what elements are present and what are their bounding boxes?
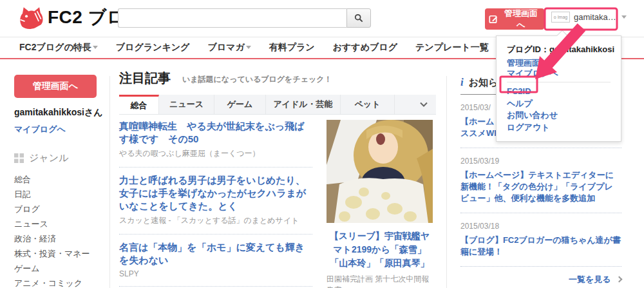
page-title: 注目記事 bbox=[119, 70, 171, 87]
news-date: 2015/03/19 bbox=[460, 157, 621, 166]
tab-sougou[interactable]: 総合 bbox=[119, 95, 159, 114]
genre-link[interactable]: ニュース bbox=[14, 219, 48, 229]
list-item: 政治・経済 bbox=[14, 231, 109, 246]
nav-item-paid-plan[interactable]: 有料プラン bbox=[269, 42, 315, 53]
nav-label: ブロマガ bbox=[207, 42, 244, 52]
user-dropdown-menu: ブログID：gamitakahikkosi 管理画面へ マイブログへ FC2ID… bbox=[496, 35, 621, 142]
list-item: 総合 bbox=[14, 172, 109, 187]
list-item: 2015/03/18 【ブログ】FC2ブロガーの猫ちゃん達が書籍に登場！ bbox=[460, 213, 621, 267]
menu-item-fc2id[interactable]: FC2ID bbox=[507, 86, 611, 98]
edit-icon bbox=[489, 14, 498, 24]
list-item: 2015/03/19 【ホームページ】テキストエディターに新機能！「タグの色分け… bbox=[460, 148, 621, 213]
info-icon: i bbox=[460, 76, 464, 89]
featured-articles-section: 注目記事 いま話題になっているブログをチェック！ 総合 ニュース ゲーム アイド… bbox=[119, 70, 436, 288]
search-input[interactable] bbox=[118, 8, 346, 28]
view-all-link[interactable]: 一覧を見る bbox=[569, 274, 611, 284]
nav-label: FC2ブログの特長 bbox=[19, 42, 91, 52]
list-item: アニメ・コミック bbox=[14, 276, 109, 288]
featured-article: 【スリーブ】宇宙戦艦ヤマト2199から「森雪」「山本玲」「原田真琴」 田園補完計… bbox=[327, 115, 433, 288]
article-source: スカッと速報 - 「スカッとする話」のまとめサイト bbox=[119, 215, 312, 226]
divider-sidebar-main bbox=[109, 76, 110, 288]
list-item: ゲーム bbox=[14, 261, 109, 276]
nav-label: おすすめブログ bbox=[333, 42, 397, 52]
featured-article-title-link[interactable]: 【スリーブ】宇宙戦艦ヤマト2199から「森雪」「山本玲」「原田真琴」 bbox=[327, 229, 433, 270]
list-item: 真喧嘩神転生 やる夫が世紀末をぶっ飛ばす様です その50 やる夫の暇つぶし麻亜屈… bbox=[119, 115, 312, 168]
news-more-row: 一覧を見る bbox=[460, 267, 621, 285]
tab-pet[interactable]: ペット bbox=[341, 95, 395, 114]
news-date: 2015/03/18 bbox=[460, 222, 621, 231]
admin-panel-button[interactable]: 管理画面へ bbox=[485, 8, 544, 30]
article-title-link[interactable]: 名言は「本物」を「ホモ」に変えても輝きを失わない bbox=[119, 241, 312, 267]
featured-article-source: 田園補完計画 第十七次中間報告書 bbox=[327, 274, 433, 288]
list-item: 力士と呼ばれる男子は男子をいじめたり、女子には手を挙げなかったがセクハラまがいな… bbox=[119, 168, 312, 235]
blog-id-label: ブログID：gamitakahikkosi bbox=[507, 44, 611, 55]
genre-link[interactable]: 総合 bbox=[14, 175, 31, 184]
page-subtitle: いま話題になっているブログをチェック！ bbox=[182, 74, 332, 87]
menu-item-myblog[interactable]: マイブログへ bbox=[507, 68, 611, 79]
nav-label: 有料プラン bbox=[269, 42, 315, 52]
tab-news[interactable]: ニュース bbox=[159, 95, 214, 114]
chevron-right-icon bbox=[616, 276, 623, 283]
news-title-link[interactable]: 【ホームページ】テキストエディターに新機能！「タグの色分け」「ライブプレビュー」… bbox=[460, 169, 621, 204]
genre-link[interactable]: 日記 bbox=[14, 189, 31, 199]
menu-item-admin-panel[interactable]: 管理画面へ bbox=[507, 58, 611, 68]
user-name: gamitaka… bbox=[574, 12, 616, 22]
article-title-link[interactable]: 真喧嘩神転生 やる夫が世紀末をぶっ飛ばす様です その50 bbox=[119, 120, 312, 146]
genre-heading: ジャンル bbox=[14, 152, 109, 164]
caret-down-icon bbox=[621, 15, 627, 21]
list-item: 日記 bbox=[14, 187, 109, 202]
sidebar-myblog-link[interactable]: マイブログへ bbox=[14, 124, 109, 135]
search-button[interactable] bbox=[346, 8, 371, 28]
nav-item-ranking[interactable]: ブログランキング bbox=[116, 42, 190, 53]
list-item: 株式・投資・マネー bbox=[14, 246, 109, 261]
menu-item-contact[interactable]: お問い合わせ bbox=[507, 110, 611, 122]
genre-list: 総合 日記 ブログ ニュース 政治・経済 株式・投資・マネー ゲーム アニメ・コ… bbox=[14, 172, 109, 288]
article-source: SLPY bbox=[119, 269, 312, 278]
nav-item-templates[interactable]: テンプレート一覧 bbox=[415, 42, 489, 53]
genre-link[interactable]: 政治・経済 bbox=[14, 234, 56, 244]
nav-item-blomaga[interactable]: ブロマガ bbox=[207, 42, 251, 53]
news-line: 【ホーム bbox=[460, 117, 495, 126]
nav-item-recommended[interactable]: おすすめブログ bbox=[333, 42, 397, 53]
category-tabs: 総合 ニュース ゲーム アイドル・芸能 ペット bbox=[119, 95, 436, 115]
sidebar-username: gamitakahikkosiさん bbox=[14, 107, 109, 119]
user-menu-toggle[interactable]: o Imag gamitaka… bbox=[551, 12, 627, 23]
genre-link[interactable]: 株式・投資・マネー bbox=[14, 249, 90, 258]
genre-link[interactable]: ブログ bbox=[14, 204, 40, 214]
genre-link[interactable]: ゲーム bbox=[14, 264, 40, 273]
list-item: ニュース bbox=[14, 216, 109, 231]
search-icon bbox=[354, 14, 363, 23]
sidebar: 管理画面へ gamitakahikkosiさん マイブログへ ジャンル 総合 日… bbox=[0, 61, 109, 288]
genre-link[interactable]: アニメ・コミック bbox=[14, 278, 82, 288]
sidebar-admin-panel-button[interactable]: 管理画面へ bbox=[14, 75, 97, 98]
section-heading: 注目記事 いま話題になっているブログをチェック！ bbox=[119, 70, 436, 87]
nav-item-features[interactable]: FC2ブログの特長 bbox=[19, 42, 98, 53]
article-title-link[interactable]: 力士と呼ばれる男子は男子をいじめたり、女子には手を挙げなかったがセクハラまがいな… bbox=[119, 174, 312, 213]
list-item: 名言は「本物」を「ホモ」に変えても輝きを失わない SLPY bbox=[119, 235, 312, 287]
tab-game[interactable]: ゲーム bbox=[214, 95, 266, 114]
avatar: o Imag bbox=[551, 12, 570, 23]
news-title-link[interactable]: 【ブログ】FC2ブロガーの猫ちゃん達が書籍に登場！ bbox=[460, 235, 621, 258]
search-bar bbox=[118, 8, 371, 28]
admin-panel-label: 管理画面へ bbox=[502, 8, 540, 31]
grid-icon bbox=[14, 153, 24, 163]
nav-label: ブログランキング bbox=[116, 42, 190, 52]
caret-down-icon bbox=[246, 46, 251, 52]
nav-label: テンプレート一覧 bbox=[415, 42, 489, 52]
list-item: ブログ bbox=[14, 202, 109, 216]
menu-item-logout[interactable]: ログアウト bbox=[507, 122, 611, 134]
tab-idol[interactable]: アイドル・芸能 bbox=[266, 95, 341, 114]
article-list: 真喧嘩神転生 やる夫が世紀末をぶっ飛ばす様です その50 やる夫の暇つぶし麻亜屈… bbox=[119, 115, 312, 288]
menu-item-help[interactable]: ヘルプ bbox=[507, 98, 611, 110]
divider-main-news bbox=[446, 76, 447, 288]
chevron-down-icon bbox=[419, 102, 428, 107]
sidebar-admin-label: 管理画面へ bbox=[33, 81, 78, 92]
tabs-expand-button[interactable] bbox=[395, 95, 436, 114]
caret-down-icon bbox=[93, 46, 98, 52]
featured-article-image[interactable] bbox=[327, 120, 433, 223]
article-source: やる夫の暇つぶし麻亜屈（まーくつー） bbox=[119, 148, 312, 159]
fox-logo-icon bbox=[18, 6, 44, 29]
header: FC2 ブログ 管理画面へ o Imag gamitaka… bbox=[0, 0, 644, 37]
menu-divider bbox=[507, 82, 611, 82]
genre-title: ジャンル bbox=[29, 152, 68, 164]
